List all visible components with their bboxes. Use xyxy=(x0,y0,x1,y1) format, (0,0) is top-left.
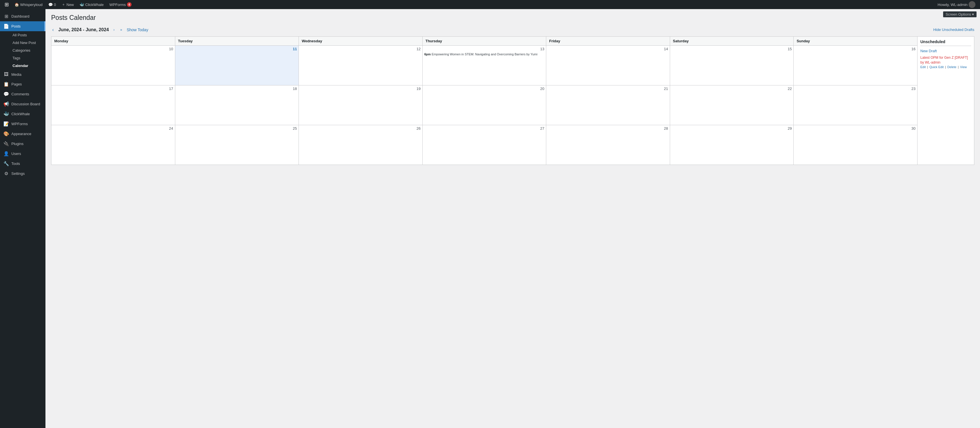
sidebar-item-discussion-board[interactable]: 📢 Discussion Board xyxy=(0,99,45,109)
day-number: 26 xyxy=(301,126,421,130)
sidebar-item-tools[interactable]: 🔧 Tools xyxy=(0,159,45,169)
calendar-cell[interactable]: 136pm Empowering Women in STEM: Navigati… xyxy=(422,45,546,85)
show-today-button[interactable]: Show Today xyxy=(127,27,148,32)
settings-icon: ⚙ xyxy=(3,171,9,176)
sidebar-item-media[interactable]: 🖼 Media xyxy=(0,70,45,79)
calendar-cell[interactable]: 22 xyxy=(670,85,794,125)
sidebar-item-wpforms[interactable]: 📝 WPForms xyxy=(0,119,45,129)
sidebar-item-dashboard[interactable]: ⊞ Dashboard xyxy=(0,11,45,21)
draft-edit-link[interactable]: Edit xyxy=(920,65,926,69)
comments-icon: 💬 xyxy=(3,91,9,97)
day-number: 28 xyxy=(548,126,668,130)
sidebar-item-comments[interactable]: 💬 Comments xyxy=(0,89,45,99)
sidebar-item-users[interactable]: 👤 Users xyxy=(0,149,45,159)
calendar-row: 24252627282930 xyxy=(51,125,918,165)
calendar-cell[interactable]: 27 xyxy=(422,125,546,165)
sidebar-item-label: WPForms xyxy=(11,122,28,126)
calendar-cell[interactable]: 19 xyxy=(299,85,423,125)
user-menu[interactable]: Howdy, WL-admin xyxy=(935,0,978,9)
day-number: 17 xyxy=(53,87,173,91)
wp-logo-menu[interactable]: ⊞ xyxy=(2,0,11,9)
col-thursday: Thursday xyxy=(422,36,546,45)
calendar-cell[interactable]: 12 xyxy=(299,45,423,85)
day-number: 23 xyxy=(795,87,916,91)
sidebar-item-clickwhale[interactable]: 🐳 ClickWhale xyxy=(0,109,45,119)
day-number: 25 xyxy=(177,126,297,130)
wpforms-menu[interactable]: WPForms 4 xyxy=(107,0,134,9)
sidebar-item-label: ClickWhale xyxy=(11,112,30,116)
home-icon: 🏠 xyxy=(14,3,19,7)
draft-quick-edit-link[interactable]: Quick Edit xyxy=(929,65,943,69)
draft-item: Latest OPM for Gen Z [DRAFT] by WL-admin… xyxy=(920,55,971,69)
hide-unscheduled-drafts-button[interactable]: Hide Unscheduled Drafts xyxy=(933,27,974,32)
calendar-cell[interactable]: 26 xyxy=(299,125,423,165)
media-icon: 🖼 xyxy=(3,72,9,77)
draft-title[interactable]: Latest OPM for Gen Z [DRAFT] by WL-admin xyxy=(920,55,971,65)
calendar-cell[interactable]: 29 xyxy=(670,125,794,165)
calendar-main: Monday Tuesday Wednesday Thursday Friday… xyxy=(51,36,918,165)
new-content-menu[interactable]: ＋ New xyxy=(59,0,76,9)
calendar-cell[interactable]: 16 xyxy=(794,45,918,85)
calendar-cell[interactable]: 11 xyxy=(175,45,299,85)
sidebar-item-tags[interactable]: Tags xyxy=(9,54,45,62)
site-name-menu[interactable]: 🏠 Whisperyloud xyxy=(12,0,45,9)
sidebar-item-posts[interactable]: 📄 Posts xyxy=(0,21,45,31)
col-tuesday: Tuesday xyxy=(175,36,299,45)
day-number: 13 xyxy=(425,47,544,51)
wp-logo-icon: ⊞ xyxy=(5,2,9,8)
admin-bar: ⊞ 🏠 Whisperyloud 💬 0 ＋ New 🐳 ClickWhale … xyxy=(0,0,980,9)
sidebar-item-categories[interactable]: Categories xyxy=(9,46,45,54)
calendar-cell[interactable]: 23 xyxy=(794,85,918,125)
calendar-row: 101112136pm Empowering Women in STEM: Na… xyxy=(51,45,918,85)
sidebar-item-label: Tools xyxy=(11,162,20,166)
sidebar-item-appearance[interactable]: 🎨 Appearance xyxy=(0,129,45,139)
col-friday: Friday xyxy=(546,36,670,45)
col-sunday: Sunday xyxy=(794,36,918,45)
new-draft-link[interactable]: New Draft xyxy=(920,49,971,53)
prev-month-button[interactable]: ‹ xyxy=(51,27,55,33)
plugins-icon: 🔌 xyxy=(3,141,9,146)
calendar-cell[interactable]: 25 xyxy=(175,125,299,165)
sidebar-item-settings[interactable]: ⚙ Settings xyxy=(0,169,45,179)
separator: | xyxy=(926,65,929,69)
double-next-month-button[interactable]: » xyxy=(119,27,123,32)
calendar-cell[interactable]: 17 xyxy=(51,85,175,125)
page-title: Posts Calendar xyxy=(51,14,974,22)
calendar-cell[interactable]: 21 xyxy=(546,85,670,125)
day-number: 11 xyxy=(177,47,297,51)
next-month-button[interactable]: › xyxy=(112,27,116,32)
calendar-cell[interactable]: 28 xyxy=(546,125,670,165)
draft-delete-link[interactable]: Delete xyxy=(947,65,956,69)
sidebar-item-calendar[interactable]: Calendar xyxy=(9,62,45,70)
sidebar-item-add-new-post[interactable]: Add New Post xyxy=(9,39,45,46)
clickwhale-menu[interactable]: 🐳 ClickWhale xyxy=(77,0,106,9)
sidebar-item-plugins[interactable]: 🔌 Plugins xyxy=(0,139,45,149)
draft-view-link[interactable]: View xyxy=(960,65,967,69)
calendar-wrapper: Monday Tuesday Wednesday Thursday Friday… xyxy=(51,36,974,165)
calendar-cell[interactable]: 14 xyxy=(546,45,670,85)
calendar-header-row: Monday Tuesday Wednesday Thursday Friday… xyxy=(51,36,918,45)
posts-submenu: All Posts Add New Post Categories Tags C… xyxy=(0,31,45,70)
sidebar-item-label: Appearance xyxy=(11,132,31,136)
sidebar-item-label: Comments xyxy=(11,92,29,96)
calendar-cell[interactable]: 15 xyxy=(670,45,794,85)
sidebar-item-pages[interactable]: 📋 Pages xyxy=(0,79,45,89)
calendar-cell[interactable]: 18 xyxy=(175,85,299,125)
event-entry[interactable]: 6pm Empowering Women in STEM: Navigating… xyxy=(425,52,544,57)
calendar-date-range: June, 2024 - June, 2024 xyxy=(58,27,109,32)
clickwhale-icon: 🐳 xyxy=(80,3,84,7)
comments-icon: 💬 xyxy=(48,3,53,7)
comments-menu[interactable]: 💬 0 xyxy=(46,0,58,9)
col-wednesday: Wednesday xyxy=(299,36,423,45)
calendar-nav: ‹ June, 2024 - June, 2024 › » Show Today… xyxy=(51,27,974,33)
calendar-cell[interactable]: 10 xyxy=(51,45,175,85)
screen-options-button[interactable]: Screen Options ▾ xyxy=(943,11,977,17)
discussion-icon: 📢 xyxy=(3,101,9,107)
calendar-table: Monday Tuesday Wednesday Thursday Friday… xyxy=(51,36,918,165)
wpforms-icon: 📝 xyxy=(3,121,9,127)
calendar-cell[interactable]: 20 xyxy=(422,85,546,125)
calendar-cell[interactable]: 30 xyxy=(794,125,918,165)
clickwhale-icon: 🐳 xyxy=(3,111,9,117)
sidebar-item-all-posts[interactable]: All Posts xyxy=(9,31,45,39)
calendar-cell[interactable]: 24 xyxy=(51,125,175,165)
